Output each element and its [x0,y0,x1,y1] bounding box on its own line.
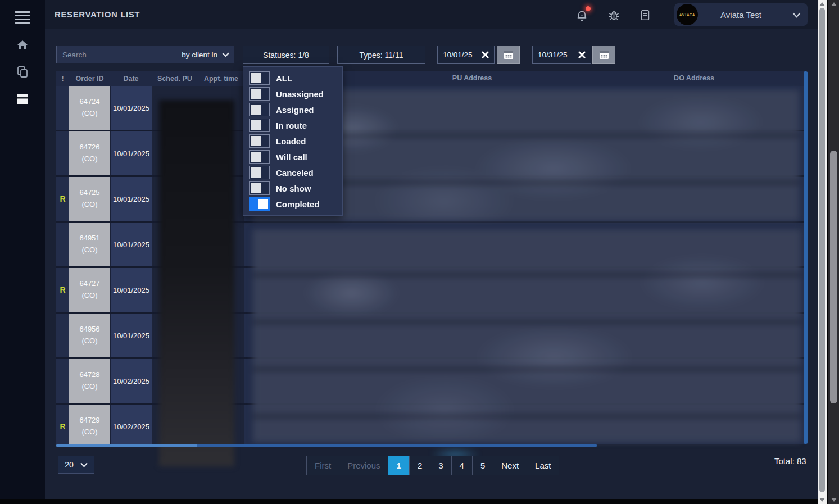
table-horizontal-scrollbar[interactable] [56,444,597,447]
main-content: by client in Statuses: 1/8 Types: 11/11 … [45,29,818,499]
status-option[interactable]: ALL [243,70,342,86]
pagination-button[interactable]: 2 [409,456,430,475]
date-from-input[interactable]: 10/01/25 [437,46,495,64]
pagination-button[interactable]: First [306,456,339,475]
status-option[interactable]: Assigned [243,102,342,117]
status-option-label: Canceled [276,168,314,178]
status-option-label: Loaded [276,137,306,146]
status-option-label: ALL [276,74,292,83]
status-toggle[interactable] [249,119,270,132]
pagination-button[interactable]: Previous [339,456,388,475]
order-id: 64728 [79,369,99,381]
header-date[interactable]: Date [110,75,152,83]
alert-flag: R [56,268,69,312]
pagination-button[interactable]: 5 [472,456,493,475]
notification-badge [586,6,591,11]
status-toggle[interactable] [249,181,270,195]
status-option-label: Unassigned [276,89,324,99]
status-option[interactable]: Will call [243,149,342,165]
status-toggle[interactable] [249,103,270,116]
scroll-down-arrow[interactable] [831,498,837,502]
date-cell: 10/01/2025 [110,131,152,175]
inner-vertical-scrollbar[interactable] [818,0,827,504]
document-icon[interactable] [639,8,652,22]
page-title: RESERVATION LIST [55,10,140,19]
order-type: (CO) [81,381,97,393]
order-type: (CO) [81,426,97,438]
bug-report-icon[interactable] [607,8,621,22]
header-alert[interactable]: ! [56,75,69,83]
status-option[interactable]: Loaded [243,133,342,149]
search-input[interactable] [56,46,173,63]
header-do-address[interactable]: DO Address [674,74,714,82]
notification-bell-icon[interactable] [575,8,589,22]
chevron-down-icon [80,462,88,467]
pagination-button[interactable]: 4 [451,456,473,475]
clear-date-icon[interactable] [482,51,489,58]
status-option[interactable]: Unassigned [243,86,342,102]
archive-box-icon[interactable] [16,92,29,108]
pagination-button[interactable]: Last [527,456,559,475]
pagination-button[interactable]: Next [493,456,527,475]
scroll-down-arrow[interactable] [819,498,825,502]
account-switcher[interactable]: AVIATA Aviata Test [674,3,808,26]
redacted-data-region [253,229,801,442]
types-filter-button[interactable]: Types: 11/11 [337,46,425,64]
date-cell: 10/01/2025 [110,86,152,130]
status-toggle[interactable] [249,150,270,164]
date-cell: 10/01/2025 [110,223,152,266]
status-toggle[interactable] [249,197,270,211]
order-id-cell: 64728 (CO) [69,359,110,403]
scrollbar-thumb[interactable] [830,151,837,403]
table-vertical-scrollbar[interactable] [804,71,808,444]
status-toggle[interactable] [249,166,270,179]
status-option-label: Completed [276,199,320,209]
pagination-button[interactable]: 3 [430,456,451,475]
status-option[interactable]: Canceled [243,165,342,180]
calendar-icon[interactable] [497,46,520,64]
status-option[interactable]: Completed [243,196,342,212]
search-by-select[interactable]: by client in [173,46,234,63]
date-to-input[interactable]: 10/31/25 [532,46,591,64]
header-pu-address[interactable]: PU Address [452,74,492,82]
status-option[interactable]: In route [243,117,342,133]
pagination: First Previous 1 2 3 4 5 Next Last [307,456,559,475]
date-cell: 10/01/2025 [110,177,152,221]
scrollbar-thumb[interactable] [819,8,825,492]
statuses-filter-label: Statuses: 1/8 [263,51,309,60]
chevron-down-icon [222,52,229,57]
status-option-label: No show [276,184,311,193]
outer-vertical-scrollbar[interactable] [828,0,839,504]
clear-date-icon[interactable] [578,51,586,58]
order-type: (CO) [81,199,97,211]
order-id-cell: 64727 (CO) [69,268,110,312]
status-option-label: Assigned [276,105,314,115]
page-size-select[interactable]: 20 [58,456,94,474]
status-toggle[interactable] [249,134,270,148]
date-cell: 10/01/2025 [110,314,152,357]
date-cell: 10/02/2025 [110,405,152,444]
menu-hamburger-icon[interactable] [15,9,30,26]
topbar: RESERVATION LIST AVIATA Aviata Test [45,0,818,29]
scroll-up-arrow[interactable] [831,2,837,6]
date-cell: 10/01/2025 [110,268,152,312]
pagination-button[interactable]: 1 [388,456,410,475]
order-type: (CO) [81,290,97,302]
header-sched-pu[interactable]: Sched. PU [152,75,198,83]
status-toggle[interactable] [249,87,270,101]
alert-flag [56,359,69,403]
calendar-icon[interactable] [592,46,615,64]
order-id-cell: 64956 (CO) [69,314,110,357]
table-header: ! Order ID Date Sched. PU Appt. time PU … [56,71,808,86]
statuses-filter-button[interactable]: Statuses: 1/8 [243,46,329,64]
scroll-up-arrow[interactable] [819,2,825,6]
status-option[interactable]: No show [243,180,342,196]
page-size-value: 20 [65,460,74,469]
order-id-cell: 64951 (CO) [69,223,110,266]
status-toggle[interactable] [249,71,270,85]
copy-documents-icon[interactable] [16,65,29,81]
order-id-cell: 64724 (CO) [69,86,110,130]
header-order-id[interactable]: Order ID [69,75,110,83]
header-appt-time[interactable]: Appt. time [198,75,244,83]
home-icon[interactable] [16,38,29,54]
